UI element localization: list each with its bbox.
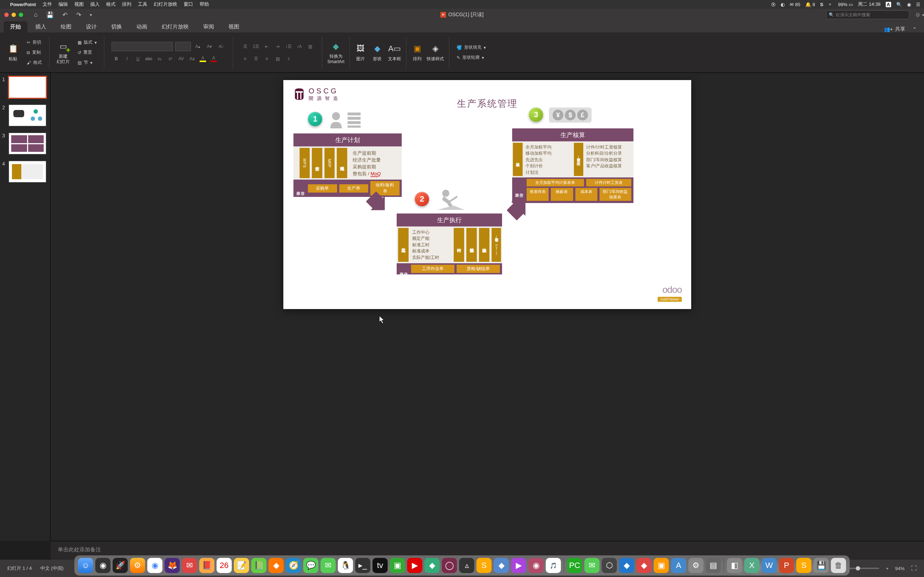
zoom-percent[interactable]: 94% xyxy=(895,566,905,571)
thumb-2[interactable]: 2 xyxy=(2,105,48,126)
qat-more-icon[interactable]: ▾ xyxy=(90,13,92,17)
thumb-1[interactable]: 1 xyxy=(2,76,48,98)
statusitem-battery[interactable]: 99% ▭ xyxy=(838,2,853,7)
home-icon[interactable]: ⌂ xyxy=(34,11,37,18)
cut-button[interactable]: ✂剪切 xyxy=(27,38,41,47)
dock-excel[interactable]: X xyxy=(744,558,759,573)
menu-help[interactable]: 帮助 xyxy=(200,1,209,8)
numbering-button[interactable]: 1☰ xyxy=(251,42,261,51)
dock-books[interactable]: 📗 xyxy=(251,558,267,573)
dock-finder[interactable]: ☺ xyxy=(78,558,93,573)
statusitem-input-icon[interactable]: A xyxy=(886,2,891,7)
dock-tv[interactable]: tv xyxy=(373,558,388,573)
tab-animations[interactable]: 动画 xyxy=(130,21,154,32)
thumb-4[interactable]: 4 xyxy=(2,161,48,182)
menu-window[interactable]: 窗口 xyxy=(184,1,193,8)
statusitem-controlcenter-icon[interactable]: ☰ xyxy=(916,2,921,7)
statusitem-siri-icon[interactable]: ◉ xyxy=(907,2,911,7)
share-button[interactable]: 👥+ 共享 ⌃ xyxy=(884,26,917,32)
tab-slideshow[interactable]: 幻灯片放映 xyxy=(155,21,195,32)
dock-siri[interactable]: ◉ xyxy=(95,558,110,573)
dock-notes[interactable]: 📝 xyxy=(234,558,249,573)
zoom-button[interactable] xyxy=(19,13,23,17)
dock-appstore[interactable]: A xyxy=(671,558,686,573)
statusitem-s-icon[interactable]: S xyxy=(820,2,823,7)
dock-calendar[interactable]: 26 xyxy=(216,558,232,573)
font-size-select[interactable] xyxy=(175,42,191,51)
zoom-in-button[interactable]: + xyxy=(886,566,888,571)
statusitem-rec-icon[interactable]: ⦿ xyxy=(771,2,775,7)
fit-to-window-icon[interactable]: ⛶ xyxy=(911,565,917,572)
dock-music[interactable]: ✉ xyxy=(182,558,197,573)
smartart-button[interactable]: ◆ 转换为 SmartArt xyxy=(327,41,344,64)
dock-youtube[interactable]: ▶ xyxy=(407,558,422,573)
dock-launchpad[interactable]: 🚀 xyxy=(113,558,128,573)
dock-pycharm[interactable]: PC xyxy=(567,558,582,573)
dock-app2[interactable]: ▣ xyxy=(390,558,405,573)
dock-settings[interactable]: ⚙ xyxy=(688,558,703,573)
fontcolor-button[interactable]: A xyxy=(209,54,218,63)
slide-thumbnail-panel[interactable]: 1 2 3 4 xyxy=(0,73,50,541)
dock-app13[interactable]: ▣ xyxy=(654,558,669,573)
clear-format-icon[interactable]: A⃠ xyxy=(216,42,226,51)
font-family-select[interactable] xyxy=(111,42,173,51)
ribbon-collapse-icon[interactable]: ⌃ xyxy=(913,26,917,32)
bold-button[interactable]: B xyxy=(111,54,121,63)
dock-terminal[interactable]: ▸_ xyxy=(355,558,370,573)
dock-app5[interactable]: ▵ xyxy=(459,558,474,573)
dock-firefox[interactable]: 🦊 xyxy=(165,558,180,573)
layout-button[interactable]: ▦版式 ▾ xyxy=(78,38,97,47)
charspacing-button[interactable]: AV xyxy=(176,54,186,63)
language-indicator[interactable]: 中文 (中国) xyxy=(40,565,63,572)
dock-qq[interactable]: 🐧 xyxy=(338,558,353,573)
redo-icon[interactable]: ↷ xyxy=(76,11,81,19)
textdirection-button[interactable]: ↕A xyxy=(294,42,304,51)
statusitem-wifi-icon[interactable]: ᯤ xyxy=(828,2,833,7)
dock-automator[interactable]: ⚙ xyxy=(130,558,145,573)
picture-button[interactable]: 🖼图片 xyxy=(355,43,366,62)
dock-app10[interactable]: ✉ xyxy=(584,558,599,573)
format-painter-button[interactable]: 🖌格式 xyxy=(27,58,42,67)
dock-contacts[interactable]: 📕 xyxy=(199,558,215,573)
statusitem-cloud-icon[interactable]: ◐ xyxy=(781,2,785,7)
superscript-button[interactable]: x² xyxy=(166,54,175,63)
align-justify-button[interactable]: ▤ xyxy=(273,54,282,63)
dock-wechat[interactable]: ✉ xyxy=(320,558,336,573)
dock-snagit[interactable]: S xyxy=(796,558,811,573)
minimize-button[interactable] xyxy=(11,13,16,17)
menubar-app[interactable]: PowerPoint xyxy=(10,2,36,7)
dock-app6[interactable]: ◆ xyxy=(494,558,509,573)
textbox-button[interactable]: A▭文本框 xyxy=(388,43,401,62)
italic-button[interactable]: I xyxy=(122,54,132,63)
dock-trash[interactable]: 🗑 xyxy=(831,558,846,573)
linespacing-button[interactable]: ↕☰ xyxy=(284,42,293,51)
dock-safari[interactable]: 🧭 xyxy=(286,558,301,573)
menu-arrange[interactable]: 排列 xyxy=(122,1,131,8)
save-icon[interactable]: 💾 xyxy=(46,11,54,19)
dock-app15[interactable]: ◧ xyxy=(727,558,742,573)
section-button[interactable]: ▤节 ▾ xyxy=(78,58,92,67)
dock-app12[interactable]: ◆ xyxy=(636,558,651,573)
tab-review[interactable]: 审阅 xyxy=(197,21,221,32)
tab-view[interactable]: 视图 xyxy=(222,21,246,32)
undo-icon[interactable]: ↶ xyxy=(63,11,68,19)
highlight-button[interactable]: A xyxy=(198,54,208,63)
copy-button[interactable]: ⧉复制 xyxy=(27,48,41,57)
shapes-button[interactable]: ◆形状 xyxy=(372,43,383,62)
dock-app7[interactable]: ▶ xyxy=(511,558,526,573)
outdent-button[interactable]: ⇤ xyxy=(262,42,271,51)
columns-button[interactable]: ▥ xyxy=(305,42,315,51)
tab-transitions[interactable]: 切换 xyxy=(105,21,129,32)
align-center-button[interactable]: ☰ xyxy=(251,54,261,63)
increase-font-icon[interactable]: A▴ xyxy=(193,42,202,51)
menu-file[interactable]: 文件 xyxy=(43,1,52,8)
dock-app4[interactable]: ◯ xyxy=(442,558,457,573)
strike-button[interactable]: abc xyxy=(144,54,153,63)
dock-app1[interactable]: ◆ xyxy=(268,558,284,573)
underline-button[interactable]: U xyxy=(133,54,142,63)
distribute-button[interactable]: ⫴ xyxy=(284,54,293,63)
statusitem-wechat-icon[interactable]: ✉ 85 xyxy=(790,2,800,7)
menu-format[interactable]: 格式 xyxy=(106,1,115,8)
bullets-button[interactable]: ☰ xyxy=(241,42,250,51)
dock-app8[interactable]: ◉ xyxy=(528,558,544,573)
